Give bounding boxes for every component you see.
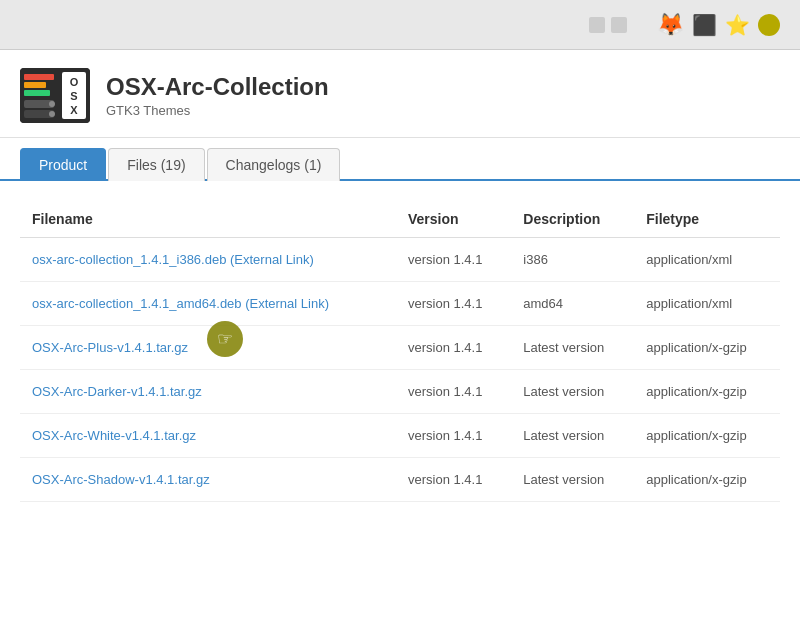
star-icon: ⭐ xyxy=(725,13,750,37)
table-row: OSX-Arc-Shadow-v1.4.1.tar.gzversion 1.4.… xyxy=(20,458,780,502)
header-text: OSX-Arc-Collection GTK3 Themes xyxy=(106,73,329,118)
cell-filename: OSX-Arc-Plus-v1.4.1.tar.gz xyxy=(20,326,396,370)
svg-point-7 xyxy=(49,101,55,107)
cell-filetype: application/x-gzip xyxy=(634,414,780,458)
svg-rect-3 xyxy=(24,74,54,80)
filename-link[interactable]: OSX-Arc-Plus-v1.4.1.tar.gz xyxy=(32,340,188,355)
cell-filetype: application/x-gzip xyxy=(634,458,780,502)
table-row: osx-arc-collection_1.4.1_i386.deb (Exter… xyxy=(20,238,780,282)
cell-version: version 1.4.1 xyxy=(396,414,511,458)
table-row: OSX-Arc-Darker-v1.4.1.tar.gzversion 1.4.… xyxy=(20,370,780,414)
tab-changelogs[interactable]: Changelogs (1) xyxy=(207,148,341,181)
col-description: Description xyxy=(511,201,634,238)
cell-filename: OSX-Arc-White-v1.4.1.tar.gz xyxy=(20,414,396,458)
cell-filename: osx-arc-collection_1.4.1_i386.deb (Exter… xyxy=(20,238,396,282)
page-title: OSX-Arc-Collection xyxy=(106,73,329,101)
product-logo: O S X xyxy=(20,68,90,123)
cell-filetype: application/xml xyxy=(634,282,780,326)
svg-text:S: S xyxy=(70,90,77,102)
firefox-icon: 🦊 xyxy=(657,12,684,38)
cell-description: i386 xyxy=(511,238,634,282)
window-controls xyxy=(589,13,649,37)
cell-filetype: application/xml xyxy=(634,238,780,282)
profile-icon xyxy=(758,14,780,36)
tab-product[interactable]: Product xyxy=(20,148,106,181)
svg-rect-0 xyxy=(589,17,605,33)
filename-link[interactable]: osx-arc-collection_1.4.1_amd64.deb (Exte… xyxy=(32,296,329,311)
cell-filename: osx-arc-collection_1.4.1_amd64.deb (Exte… xyxy=(20,282,396,326)
filename-link[interactable]: OSX-Arc-Shadow-v1.4.1.tar.gz xyxy=(32,472,210,487)
table-row: OSX-Arc-Plus-v1.4.1.tar.gzversion 1.4.1L… xyxy=(20,326,780,370)
col-version: Version xyxy=(396,201,511,238)
cell-version: version 1.4.1 xyxy=(396,282,511,326)
col-filename: Filename xyxy=(20,201,396,238)
table-header-row: Filename Version Description Filetype xyxy=(20,201,780,238)
cell-description: Latest version xyxy=(511,414,634,458)
svg-text:O: O xyxy=(70,76,79,88)
browser-icons: 🦊 ⬛ ⭐ xyxy=(589,12,780,38)
cell-version: version 1.4.1 xyxy=(396,370,511,414)
col-filetype: Filetype xyxy=(634,201,780,238)
cell-version: version 1.4.1 xyxy=(396,458,511,502)
filename-link[interactable]: osx-arc-collection_1.4.1_i386.deb (Exter… xyxy=(32,252,314,267)
cell-filename: OSX-Arc-Shadow-v1.4.1.tar.gz xyxy=(20,458,396,502)
cell-description: Latest version xyxy=(511,370,634,414)
svg-rect-4 xyxy=(24,82,46,88)
cell-description: amd64 xyxy=(511,282,634,326)
files-table-area: Filename Version Description Filetype os… xyxy=(0,181,800,522)
filename-link[interactable]: OSX-Arc-Darker-v1.4.1.tar.gz xyxy=(32,384,202,399)
cell-filetype: application/x-gzip xyxy=(634,370,780,414)
browser-bar: 🦊 ⬛ ⭐ xyxy=(0,0,800,50)
svg-text:X: X xyxy=(70,104,78,116)
filename-link[interactable]: OSX-Arc-White-v1.4.1.tar.gz xyxy=(32,428,196,443)
svg-rect-5 xyxy=(24,90,50,96)
svg-point-9 xyxy=(49,111,55,117)
page-header: O S X OSX-Arc-Collection GTK3 Themes xyxy=(0,50,800,138)
cell-version: version 1.4.1 xyxy=(396,326,511,370)
cell-description: Latest version xyxy=(511,458,634,502)
cell-filetype: application/x-gzip xyxy=(634,326,780,370)
table-row: OSX-Arc-White-v1.4.1.tar.gzversion 1.4.1… xyxy=(20,414,780,458)
tab-files[interactable]: Files (19) xyxy=(108,148,204,181)
table-row: osx-arc-collection_1.4.1_amd64.deb (Exte… xyxy=(20,282,780,326)
cell-description: Latest version xyxy=(511,326,634,370)
cell-filename: OSX-Arc-Darker-v1.4.1.tar.gz xyxy=(20,370,396,414)
page-subtitle: GTK3 Themes xyxy=(106,103,329,118)
tab-bar: Product Files (19) Changelogs (1) xyxy=(0,146,800,181)
google-icon: ⬛ xyxy=(692,13,717,37)
cell-version: version 1.4.1 xyxy=(396,238,511,282)
svg-rect-1 xyxy=(611,17,627,33)
files-table: Filename Version Description Filetype os… xyxy=(20,201,780,502)
